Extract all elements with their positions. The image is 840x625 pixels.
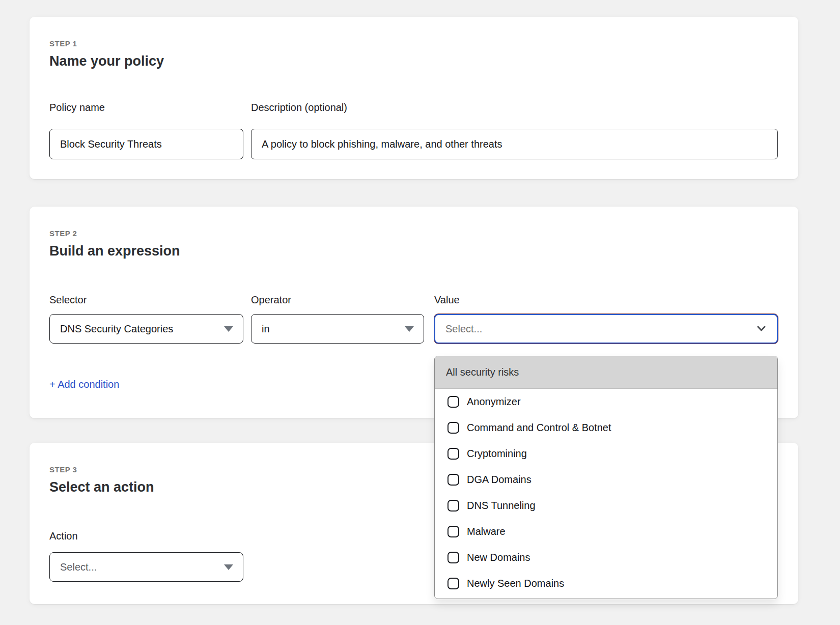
step2-title: Build an expression	[49, 243, 180, 259]
menu-option-malware[interactable]: Malware	[435, 519, 777, 545]
menu-option-anonymizer[interactable]: Anonymizer	[435, 389, 777, 415]
step1-title: Name your policy	[49, 53, 164, 69]
menu-option-newly-seen-domains[interactable]: Newly Seen Domains	[435, 571, 777, 596]
policy-builder-page: { "colors": { "page_bg": "#f1f1f1", "foc…	[0, 0, 840, 625]
menu-option-new-domains[interactable]: New Domains	[435, 545, 777, 571]
menu-group-header: All security risks	[435, 356, 777, 389]
menu-option-command-and-control-botnet[interactable]: Command and Control & Botnet	[435, 415, 777, 441]
description-input[interactable]	[251, 129, 778, 159]
value-select-placeholder: Select...	[445, 323, 482, 335]
action-label: Action	[49, 530, 78, 542]
option-checkbox[interactable]	[447, 552, 459, 563]
step3-label: STEP 3	[49, 465, 77, 474]
operator-select-value: in	[262, 323, 270, 335]
step2-label: STEP 2	[49, 229, 77, 238]
option-checkbox[interactable]	[447, 422, 459, 434]
option-checkbox[interactable]	[447, 578, 459, 589]
chevron-down-icon	[757, 325, 766, 332]
description-label: Description (optional)	[251, 102, 347, 113]
value-select[interactable]: Select...	[434, 314, 778, 344]
step1-label: STEP 1	[49, 39, 77, 48]
policy-name-label: Policy name	[49, 102, 105, 113]
option-label: DGA Domains	[467, 474, 531, 486]
option-label: Newly Seen Domains	[467, 578, 564, 589]
selector-select[interactable]: DNS Security Categories	[49, 314, 243, 344]
step1-card: STEP 1 Name your policy Policy name Desc…	[30, 17, 798, 179]
option-label: Malware	[467, 526, 506, 537]
option-label: New Domains	[467, 552, 530, 563]
option-label: Command and Control & Botnet	[467, 422, 611, 434]
selector-label: Selector	[49, 294, 87, 306]
action-select[interactable]: Select...	[49, 552, 243, 582]
action-select-placeholder: Select...	[60, 561, 97, 573]
step3-title: Select an action	[49, 479, 154, 495]
dropdown-arrow-icon	[405, 326, 414, 332]
option-label: Anonymizer	[467, 396, 521, 408]
menu-option-dns-tunneling[interactable]: DNS Tunneling	[435, 493, 777, 519]
dropdown-arrow-icon	[224, 326, 233, 332]
menu-option-cryptomining[interactable]: Cryptomining	[435, 441, 777, 467]
selector-select-value: DNS Security Categories	[60, 323, 173, 335]
value-dropdown-menu: All security risks Anonymizer Command an…	[434, 356, 778, 599]
option-checkbox[interactable]	[447, 500, 459, 512]
option-checkbox[interactable]	[447, 526, 459, 537]
dropdown-arrow-icon	[224, 564, 233, 570]
policy-name-input[interactable]	[49, 129, 243, 159]
option-label: Cryptomining	[467, 448, 527, 460]
option-label: DNS Tunneling	[467, 500, 536, 512]
option-checkbox[interactable]	[447, 474, 459, 486]
menu-option-dga-domains[interactable]: DGA Domains	[435, 467, 777, 493]
option-checkbox[interactable]	[447, 396, 459, 408]
value-label: Value	[434, 294, 460, 306]
operator-select[interactable]: in	[251, 314, 424, 344]
operator-label: Operator	[251, 294, 291, 306]
option-checkbox[interactable]	[447, 448, 459, 460]
add-condition-link[interactable]: + Add condition	[49, 379, 119, 390]
